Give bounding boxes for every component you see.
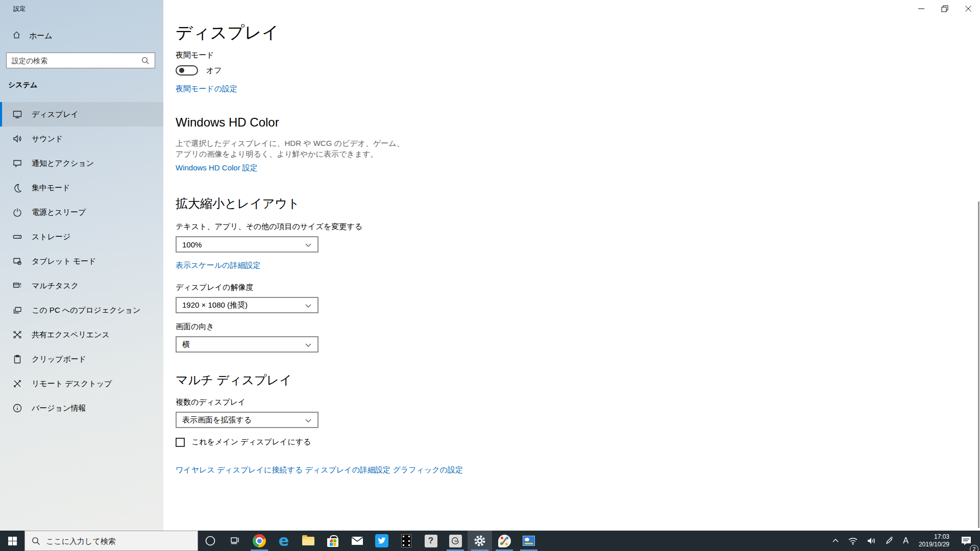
hd-color-heading: Windows HD Color [176,115,980,130]
scale-dropdown[interactable]: 100% [176,236,318,253]
chevron-down-icon [305,304,311,308]
sidebar-item-remote-desktop[interactable]: リモート デスクトップ [0,371,163,396]
hd-color-settings-link[interactable]: Windows HD Color 設定 [176,163,258,173]
mail-button[interactable] [345,531,370,551]
minimize-button[interactable] [910,0,933,17]
task-view-button[interactable] [223,531,247,551]
resolution-dropdown[interactable]: 980 × 551 (推奨) [176,297,318,313]
store-icon [327,538,338,547]
projecting-icon [12,305,22,315]
clock[interactable]: 17:03 2019/10/29 [915,533,953,548]
taskbar: e ? [0,531,980,551]
orientation-label: 画面の向き [176,322,980,332]
resolution-dropdown-value: 980 × 551 (推奨) [182,300,248,310]
hidden-icons-button[interactable] [828,531,843,551]
spiral-app-button[interactable] [443,531,468,551]
sidebar-item-shared-experiences[interactable]: 共有エクスペリエンス [0,322,163,347]
ime-mode-indicator[interactable]: A [899,536,913,545]
store-button[interactable] [321,531,345,551]
storage-icon [12,232,22,242]
sidebar-item-sound[interactable]: サウンド [0,127,163,151]
chrome-icon [253,534,266,547]
gear-icon [473,534,486,547]
power-sleep-icon [12,207,22,217]
window-controls [910,0,980,17]
settings-search-input[interactable] [7,57,141,65]
orientation-dropdown-value: 横 [182,340,190,349]
film-strip-icon [401,534,411,547]
multi-display-heading: マルチ ディスプレイ [176,372,980,388]
sidebar-item-label: ディスプレイ [32,110,79,119]
sidebar-item-label: 集中モード [32,183,70,193]
chrome-button[interactable] [247,531,272,551]
chevron-down-icon [305,419,311,423]
start-button[interactable] [0,531,24,551]
close-button[interactable] [957,0,980,17]
sidebar-item-label: マルチタスク [32,281,79,291]
night-mode-label: 夜間モード [176,51,980,60]
night-mode-settings-link[interactable]: 夜間モードの設定 [176,84,237,94]
night-mode-toggle[interactable] [176,65,198,76]
focus-assist-icon [12,183,22,193]
file-explorer-button[interactable] [296,531,321,551]
sidebar-item-label: サウンド [32,134,63,144]
restore-button[interactable] [933,0,957,17]
advanced-display-link[interactable]: ディスプレイの詳細設定 [305,465,390,475]
windows-logo-icon [8,537,17,545]
cortana-icon [204,535,216,547]
display-settings-page: ディスプレイ 夜間モード オフ 夜間モードの設定 Windows HD Colo… [163,0,980,475]
scale-layout-heading: 拡大縮小とレイアウト [176,195,980,212]
network-button[interactable] [845,531,861,551]
sidebar-item-storage[interactable]: ストレージ [0,224,163,249]
sidebar-item-about[interactable]: バージョン情報 [0,396,163,420]
sidebar-item-multitasking[interactable]: マルチタスク [0,273,163,298]
multiple-displays-label: 複数のディスプレイ [176,397,980,407]
main-display-checkbox-row: これをメイン ディスプレイにする [176,437,980,447]
ink-workspace-button[interactable] [881,531,897,551]
sidebar-item-display[interactable]: ディスプレイ [0,102,163,127]
paint3d-button[interactable] [492,531,517,551]
sidebar-item-tablet-mode[interactable]: タブレット モード [0,249,163,273]
scale-label: テキスト、アプリ、その他の項目のサイズを変更する [176,222,980,232]
main-display-checkbox-label: これをメイン ディスプレイにする [191,437,311,447]
twitter-button[interactable] [370,531,394,551]
taskbar-search-input[interactable] [46,537,198,545]
sidebar-item-notifications[interactable]: 通知とアクション [0,151,163,176]
volume-button[interactable] [863,531,879,551]
sidebar-item-projecting[interactable]: この PC へのプロジェクション [0,298,163,322]
chevron-down-icon [305,343,311,347]
sidebar-item-label: 電源とスリープ [32,208,86,217]
wireless-display-link[interactable]: ワイヤレス ディスプレイに接続する [176,465,303,475]
speaker-icon [866,536,876,545]
sidebar-item-focus-assist[interactable]: 集中モード [0,176,163,200]
window-title: 設定 [13,5,26,13]
multitasking-icon [12,281,22,291]
system-doc-app-button[interactable] [517,531,541,551]
wifi-icon [848,536,858,545]
sidebar-item-power-sleep[interactable]: 電源とスリープ [0,200,163,224]
main-display-checkbox[interactable] [176,438,185,447]
unknown-app-button[interactable]: ? [419,531,443,551]
notification-badge: 2 [970,545,978,551]
cortana-button[interactable] [198,531,223,551]
video-app-button[interactable] [394,531,419,551]
content-pane: ディスプレイ 夜間モード オフ 夜間モードの設定 Windows HD Colo… [163,0,980,531]
scrollbar-thumb[interactable] [978,202,979,528]
sidebar-item-clipboard[interactable]: クリップボード [0,347,163,371]
sidebar-item-home[interactable]: ホーム [12,31,53,41]
orientation-dropdown[interactable]: 横 [176,336,318,353]
graphics-settings-link[interactable]: グラフィックの設定 [393,465,462,475]
hd-color-description: 上で選択したディスプレイに、HDR や WCG のビデオ、ゲーム、アプリの画像を… [176,138,409,159]
multiple-displays-dropdown[interactable]: 表示画面を拡張する [176,412,318,428]
advanced-scaling-link[interactable]: 表示スケールの詳細設定 [176,261,260,270]
taskbar-search[interactable] [24,531,198,551]
question-app-icon: ? [425,535,437,547]
search-icon [32,537,40,545]
settings-search[interactable] [6,53,155,68]
action-center-button[interactable]: 2 [958,531,975,551]
settings-app-button[interactable] [468,531,492,551]
page-title: ディスプレイ [176,22,980,43]
sidebar-item-label: 共有エクスペリエンス [32,330,110,340]
edge-button[interactable]: e [272,531,296,551]
shared-experiences-icon [12,330,22,340]
